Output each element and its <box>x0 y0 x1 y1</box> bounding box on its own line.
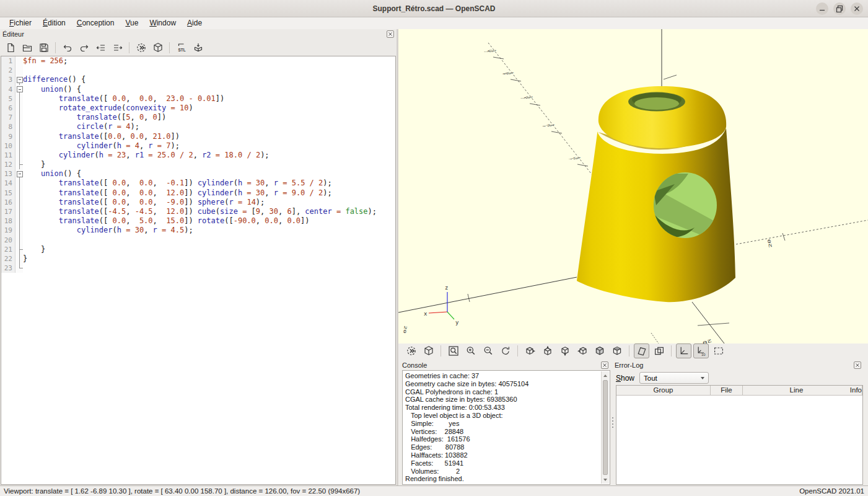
console-errorlog-splitter[interactable] <box>610 358 615 487</box>
right-panel: 50 40 30 20 10 20 20 20 <box>398 29 868 485</box>
code-line: 1$fn = 256; <box>1 56 395 66</box>
zoom-out-button[interactable] <box>480 343 496 358</box>
console-line: Facets: 51941 <box>405 459 599 467</box>
3d-viewport[interactable]: 50 40 30 20 10 20 20 20 <box>398 29 868 343</box>
console-line: Edges: 80788 <box>405 443 599 451</box>
console-scrollbar[interactable] <box>601 371 609 484</box>
3d-scene: 50 40 30 20 10 20 20 20 <box>398 29 868 343</box>
toolbar-separator <box>441 345 441 356</box>
close-button[interactable] <box>851 2 863 15</box>
zoom-in-button[interactable] <box>463 343 478 358</box>
menu-item[interactable]: Conception <box>71 17 120 29</box>
editor-panel: Éditeur STL 1$fn = 256;23difference() {4… <box>0 29 397 485</box>
titlebar[interactable]: Support_Rétro.scad — OpenSCAD <box>0 0 868 17</box>
fold-marker-icon[interactable] <box>15 85 23 94</box>
console-panel-title: Console <box>402 361 427 369</box>
error-log-column-header[interactable]: File <box>711 386 743 395</box>
error-log-table-body <box>616 396 862 484</box>
menu-item[interactable]: Window <box>144 17 182 29</box>
code-line: 22} <box>1 254 395 264</box>
3d-model <box>577 86 735 302</box>
error-log-panel: Error-Log Show Tout GroupFileLineInfo <box>615 358 868 487</box>
render-button[interactable] <box>421 343 436 358</box>
status-bar: Viewport: translate = [ 1.62 -6.89 10.30… <box>0 485 868 496</box>
menu-item[interactable]: Édition <box>37 17 71 29</box>
error-log-column-header[interactable]: Group <box>616 386 711 395</box>
indent-button[interactable] <box>110 40 125 55</box>
view-left-button[interactable] <box>574 343 590 358</box>
code-line: 19 cylinder(h = 30, r = 4.5); <box>1 226 395 235</box>
scroll-up-icon[interactable] <box>602 371 609 379</box>
console-output[interactable]: Geometries in cache: 37Geometry cache si… <box>402 370 610 485</box>
console-line: Rendering finished. <box>405 475 599 483</box>
open-file-button[interactable] <box>19 40 35 55</box>
zoom-all-button[interactable] <box>445 343 461 358</box>
view-top-button[interactable] <box>540 343 555 358</box>
menu-item[interactable]: Fichier <box>4 17 37 29</box>
console-line: Halffacets: 103882 <box>405 451 599 459</box>
view-toolbar: 10 <box>398 343 868 358</box>
toolbar-separator <box>629 345 629 356</box>
show-axes-button[interactable] <box>676 343 691 358</box>
menu-item[interactable]: Aide <box>182 17 208 29</box>
fold-marker-icon[interactable] <box>15 169 23 179</box>
orthogonal-view-button[interactable] <box>651 343 667 358</box>
export-stl-button[interactable]: STL <box>173 40 189 55</box>
console-line: CGAL Polyhedrons in cache: 1 <box>405 388 599 396</box>
menu-item[interactable]: Vue <box>120 17 144 29</box>
editor-panel-close-icon[interactable] <box>387 30 394 38</box>
show-crosshairs-button[interactable] <box>711 343 726 358</box>
view-right-button[interactable] <box>522 343 538 358</box>
unindent-button[interactable] <box>93 40 108 55</box>
svg-text:10: 10 <box>701 353 706 356</box>
fold-marker-icon[interactable] <box>15 75 23 84</box>
error-filter-dropdown[interactable]: Tout <box>639 372 709 384</box>
view-front-button[interactable] <box>592 343 607 358</box>
error-log-column-header[interactable]: Line <box>743 386 850 395</box>
scroll-down-icon[interactable] <box>602 476 609 484</box>
code-line: 11 cylinder(h = 23, r1 = 25.0 / 2, r2 = … <box>1 151 395 160</box>
restore-button[interactable] <box>833 2 846 15</box>
preview-button[interactable] <box>403 343 419 358</box>
code-line: 15 translate([ 0.0, 0.0, 12.0]) cylinder… <box>1 188 395 198</box>
svg-text:x: x <box>424 311 427 317</box>
save-button[interactable] <box>36 40 51 55</box>
error-log-table: GroupFileLineInfo <box>616 385 863 485</box>
code-line: 5 translate([ 0.0, 0.0, 23.0 - 0.01]) <box>1 94 395 104</box>
editor-toolbar: STL <box>0 39 397 56</box>
viewport-status-text: Viewport: translate = [ 1.62 -6.89 10.30… <box>4 487 360 495</box>
redo-button[interactable] <box>76 40 92 55</box>
toolbar-separator <box>129 42 129 53</box>
console-line: Top level object is a 3D object: <box>405 412 599 420</box>
perspective-view-button[interactable] <box>634 343 649 358</box>
scrollbar-thumb[interactable] <box>603 380 608 475</box>
console-panel-close-icon[interactable] <box>601 361 608 369</box>
error-log-close-icon[interactable] <box>854 361 861 369</box>
send-to-3d-print-button[interactable] <box>190 40 206 55</box>
version-text: OpenSCAD 2021.01 <box>799 487 864 495</box>
preview-button[interactable] <box>133 40 149 55</box>
code-line: 17 translate([-4.5, -4.5, 12.0]) cube(si… <box>1 207 395 216</box>
code-line: 9 translate([0.0, 0.0, 21.0]) <box>1 132 395 141</box>
code-editor[interactable]: 1$fn = 256;23difference() {4 union() {5 … <box>1 56 396 485</box>
undo-button[interactable] <box>59 40 75 55</box>
window-title: Support_Rétro.scad — OpenSCAD <box>0 0 868 17</box>
render-button[interactable] <box>150 40 165 55</box>
code-line: 7 translate([5, 0, 0]) <box>1 113 395 122</box>
error-log-column-header[interactable]: Info <box>850 386 862 395</box>
show-scale-markers-button[interactable]: 10 <box>693 343 709 358</box>
error-filter-value: Tout <box>644 374 657 382</box>
code-line: 8 circle(r = 4); <box>1 122 395 131</box>
editor-panel-title: Éditeur <box>2 30 24 38</box>
reset-view-button[interactable] <box>498 343 513 358</box>
code-line: 12 } <box>1 160 395 169</box>
new-file-button[interactable] <box>2 40 18 55</box>
minimize-button[interactable] <box>816 2 828 15</box>
view-bottom-button[interactable] <box>557 343 572 358</box>
view-back-button[interactable] <box>609 343 625 358</box>
console-line: Total rendering time: 0:00:53.433 <box>405 404 599 412</box>
code-line: 21 } <box>1 245 395 254</box>
toolbar-separator <box>55 42 56 53</box>
code-line: 4 union() { <box>1 85 395 94</box>
svg-text:z: z <box>445 285 448 291</box>
